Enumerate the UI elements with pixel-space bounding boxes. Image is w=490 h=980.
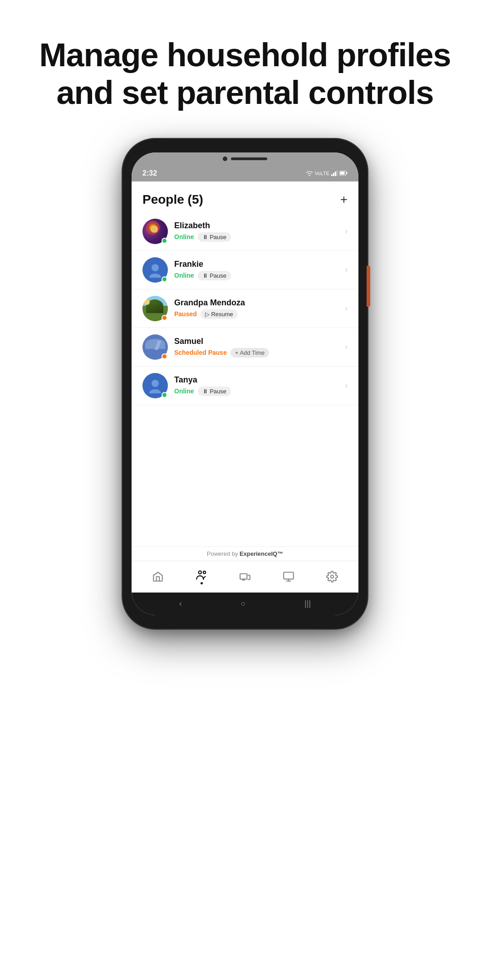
svg-rect-5 — [347, 172, 348, 174]
wifi-icon — [306, 171, 313, 176]
person-item-elizabeth[interactable]: Elizabeth Online ⏸ Pause › — [132, 212, 358, 251]
settings-icon — [326, 571, 338, 583]
status-dot-tanya — [162, 392, 167, 398]
person-name-elizabeth: Elizabeth — [174, 221, 341, 230]
person-name-tanya: Tanya — [174, 375, 341, 385]
svg-rect-2 — [335, 172, 336, 176]
app-header: People (5) + — [132, 181, 358, 212]
powered-by-bar: Powered by ExperienceIQ™ — [132, 546, 358, 561]
chevron-tanya: › — [345, 381, 348, 390]
nav-settings[interactable] — [310, 567, 354, 586]
avatar-elizabeth — [142, 219, 168, 244]
nav-devices[interactable] — [223, 567, 267, 586]
camera-dot — [223, 157, 227, 161]
avatar-tanya — [142, 373, 168, 398]
signal-text: VoLTE — [315, 171, 329, 176]
status-dot-grandpa — [162, 315, 167, 321]
status-icons: VoLTE — [306, 171, 348, 176]
status-dot-frankie — [162, 276, 167, 282]
frankie-avatar-icon — [147, 262, 163, 278]
svg-rect-11 — [240, 574, 247, 579]
avatar-samuel — [142, 334, 168, 360]
nav-people[interactable] — [180, 565, 223, 588]
monitor-icon — [283, 571, 294, 583]
person-item-tanya[interactable]: Tanya Online ⏸ Pause › — [132, 367, 358, 405]
person-info-frankie: Frankie Online ⏸ Pause — [174, 260, 341, 280]
status-bar: 2:32 VoLTE — [132, 165, 358, 181]
chevron-elizabeth: › — [345, 226, 348, 236]
nav-monitor[interactable] — [267, 567, 310, 586]
pause-button-tanya[interactable]: ⏸ Pause — [198, 387, 231, 396]
person-info-tanya: Tanya Online ⏸ Pause — [174, 375, 341, 396]
powered-by-brand: ExperienceIQ™ — [240, 550, 283, 557]
devices-icon — [239, 571, 251, 583]
status-dot-samuel — [162, 353, 167, 359]
status-row-elizabeth: Online ⏸ Pause — [174, 232, 341, 242]
chevron-frankie: › — [345, 265, 348, 274]
status-row-samuel: Scheduled Pause + Add Time — [174, 348, 341, 358]
svg-rect-1 — [333, 173, 334, 176]
status-label-samuel: Scheduled Pause — [174, 349, 227, 356]
status-row-frankie: Online ⏸ Pause — [174, 271, 341, 280]
battery-icon — [339, 171, 348, 176]
add-time-button-samuel[interactable]: + Add Time — [230, 348, 269, 358]
chevron-grandpa: › — [345, 304, 348, 313]
chevron-samuel: › — [345, 342, 348, 352]
bottom-nav-bar — [132, 561, 358, 593]
add-person-button[interactable]: + — [340, 192, 348, 207]
status-label-frankie: Online — [174, 272, 194, 279]
avatar-frankie — [142, 257, 168, 283]
status-row-grandpa: Paused ▷ Resume — [174, 309, 341, 319]
page-title: Manage household profiles and set parent… — [3, 36, 487, 112]
status-label-grandpa: Paused — [174, 310, 197, 318]
pause-button-frankie[interactable]: ⏸ Pause — [198, 271, 231, 280]
svg-point-7 — [152, 264, 159, 271]
person-item-samuel[interactable]: Samuel Scheduled Pause + Add Time › — [132, 328, 358, 367]
svg-rect-12 — [284, 572, 294, 579]
app-content: People (5) + — [132, 181, 358, 593]
phone-screen: 2:32 VoLTE — [132, 152, 358, 615]
svg-point-13 — [331, 575, 334, 578]
status-label-elizabeth: Online — [174, 233, 194, 240]
avatar-grandpa — [142, 296, 168, 321]
person-info-grandpa: Grandpa Mendoza Paused ▷ Resume — [174, 298, 341, 319]
phone-shell: 2:32 VoLTE — [122, 139, 368, 629]
camera-area — [132, 152, 358, 165]
tanya-avatar-icon — [147, 378, 163, 393]
nav-home[interactable] — [136, 567, 180, 586]
people-list: Elizabeth Online ⏸ Pause › — [132, 212, 358, 546]
people-title: People (5) — [142, 192, 203, 207]
person-item-grandpa[interactable]: Grandpa Mendoza Paused ▷ Resume › — [132, 289, 358, 328]
back-button[interactable]: ‹ — [179, 599, 182, 608]
person-name-frankie: Frankie — [174, 260, 341, 269]
recent-button[interactable]: ||| — [304, 599, 311, 608]
svg-rect-6 — [340, 172, 345, 175]
android-nav-bar: ‹ ○ ||| — [132, 593, 358, 615]
status-dot-elizabeth — [162, 238, 167, 244]
svg-point-8 — [152, 380, 159, 387]
home-icon — [152, 571, 164, 583]
speaker-bar — [231, 157, 267, 160]
svg-point-10 — [203, 571, 206, 573]
resume-button-grandpa[interactable]: ▷ Resume — [201, 309, 238, 319]
person-item-frankie[interactable]: Frankie Online ⏸ Pause › — [132, 251, 358, 289]
person-name-samuel: Samuel — [174, 337, 341, 346]
phone-mockup: 2:32 VoLTE — [122, 139, 368, 629]
person-info-samuel: Samuel Scheduled Pause + Add Time — [174, 337, 341, 358]
person-info-elizabeth: Elizabeth Online ⏸ Pause — [174, 221, 341, 242]
home-button[interactable]: ○ — [241, 599, 246, 608]
svg-rect-3 — [337, 171, 338, 176]
signal-icon — [331, 171, 338, 176]
people-icon — [196, 569, 207, 581]
powered-by-text: Powered by — [207, 550, 238, 557]
side-button — [367, 266, 370, 307]
status-row-tanya: Online ⏸ Pause — [174, 387, 341, 396]
svg-rect-0 — [331, 174, 333, 176]
person-name-grandpa: Grandpa Mendoza — [174, 298, 341, 308]
svg-point-9 — [199, 571, 202, 574]
status-time: 2:32 — [142, 169, 157, 177]
status-label-tanya: Online — [174, 387, 194, 395]
nav-active-dot — [201, 582, 203, 584]
pause-button-elizabeth[interactable]: ⏸ Pause — [198, 232, 231, 242]
